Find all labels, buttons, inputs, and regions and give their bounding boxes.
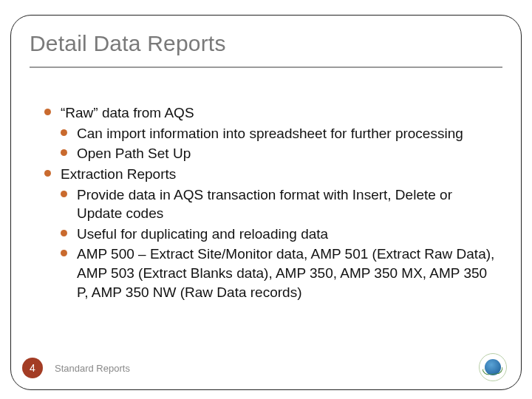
sub-bullet-item: Can import information into spreadsheet … (61, 124, 495, 143)
sub-bullet-item: AMP 500 – Extract Site/Monitor data, AMP… (61, 245, 495, 301)
bullet-text: Can import information into spreadsheet … (77, 126, 463, 141)
bullet-text: AMP 500 – Extract Site/Monitor data, AMP… (77, 246, 494, 299)
bullet-text: Extraction Reports (61, 166, 176, 182)
bullet-item: “Raw” data from AQS Can import informati… (44, 103, 495, 163)
bullet-text: “Raw” data from AQS (61, 105, 194, 120)
epa-logo (479, 353, 505, 380)
footer-label: Standard Reports (55, 363, 130, 374)
slide-footer: 4 Standard Reports (0, 353, 532, 378)
slide-title: Detail Data Reports (30, 31, 226, 56)
sub-bullet-item: Provide data in AQS transaction format w… (61, 185, 495, 223)
bullet-text: Open Path Set Up (77, 146, 191, 161)
title-underline (30, 66, 502, 68)
page-number: 4 (30, 362, 35, 374)
page-number-badge: 4 (22, 358, 43, 378)
sub-bullet-item: Open Path Set Up (61, 144, 495, 163)
slide-content: “Raw” data from AQS Can import informati… (44, 103, 495, 303)
bullet-text: Useful for duplicating and reloading dat… (77, 226, 328, 242)
bullet-item: Extraction Reports Provide data in AQS t… (44, 165, 495, 301)
sub-bullet-item: Useful for duplicating and reloading dat… (61, 225, 495, 244)
bullet-text: Provide data in AQS transaction format w… (77, 187, 452, 222)
